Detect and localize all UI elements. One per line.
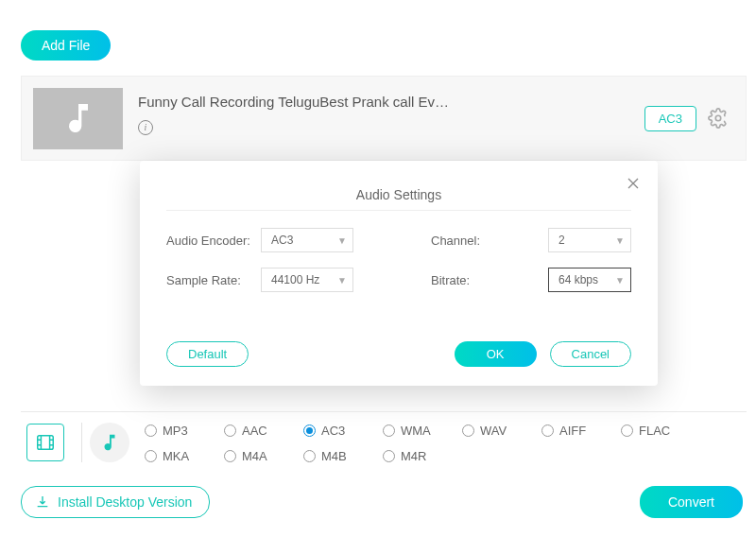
label-sample-rate: Sample Rate:: [166, 273, 261, 287]
file-thumbnail: [33, 88, 123, 149]
format-option-aac[interactable]: AAC: [224, 424, 288, 438]
select-sample-rate[interactable]: 44100 Hz ▼: [261, 268, 353, 292]
radio-dot: [541, 424, 554, 437]
chevron-down-icon: ▼: [615, 275, 625, 286]
select-value: AC3: [271, 234, 293, 247]
format-badge[interactable]: AC3: [644, 106, 696, 131]
tab-video[interactable]: [26, 424, 64, 461]
format-label: M4R: [401, 449, 426, 463]
format-row: MP3AACAC3WMAWAVAIFFFLAC: [145, 424, 747, 438]
close-icon[interactable]: [624, 174, 643, 196]
format-option-m4b[interactable]: M4B: [303, 449, 368, 463]
radio-dot: [303, 424, 316, 437]
divider: [166, 210, 631, 211]
tab-audio[interactable]: [90, 423, 129, 462]
label-channel: Channel:: [431, 234, 537, 248]
radio-dot: [462, 424, 474, 437]
format-option-wav[interactable]: WAV: [462, 424, 526, 438]
radio-dot: [383, 424, 395, 437]
select-channel[interactable]: 2 ▼: [548, 228, 631, 252]
install-desktop-button[interactable]: Install Desktop Version: [21, 486, 210, 518]
convert-button[interactable]: Convert: [640, 486, 743, 518]
chevron-down-icon: ▼: [337, 235, 347, 246]
film-icon: [35, 432, 56, 453]
ok-button[interactable]: OK: [455, 341, 537, 367]
radio-dot: [224, 450, 236, 462]
format-label: AAC: [242, 424, 267, 438]
format-bar: MP3AACAC3WMAWAVAIFFFLAC MKAM4AM4BM4R: [21, 411, 747, 471]
info-icon[interactable]: i: [138, 120, 153, 135]
divider: [81, 423, 82, 462]
select-value: 2: [558, 234, 565, 247]
format-option-m4a[interactable]: M4A: [224, 449, 288, 463]
add-file-button[interactable]: Add File: [21, 30, 111, 61]
download-icon: [35, 494, 50, 510]
format-row: MKAM4AM4BM4R: [145, 449, 747, 463]
format-label: FLAC: [639, 424, 670, 438]
install-label: Install Desktop Version: [58, 494, 192, 510]
audio-settings-dialog: Audio Settings Audio Encoder: AC3 ▼ Chan…: [140, 161, 658, 386]
format-label: AC3: [321, 424, 345, 438]
music-note-icon: [99, 432, 120, 453]
format-option-mp3[interactable]: MP3: [145, 424, 209, 438]
format-label: WMA: [401, 424, 431, 438]
music-note-icon: [60, 99, 97, 137]
format-option-ac3[interactable]: AC3: [303, 424, 368, 438]
label-audio-encoder: Audio Encoder:: [166, 234, 261, 248]
select-value: 64 kbps: [558, 273, 598, 286]
format-option-m4r[interactable]: M4R: [383, 449, 447, 463]
svg-point-0: [715, 115, 721, 121]
radio-dot: [224, 424, 236, 437]
select-value: 44100 Hz: [271, 273, 319, 286]
format-label: MKA: [163, 449, 189, 463]
chevron-down-icon: ▼: [615, 235, 625, 246]
format-option-flac[interactable]: FLAC: [621, 424, 685, 438]
chevron-down-icon: ▼: [337, 275, 347, 286]
svg-rect-1: [38, 436, 54, 450]
radio-dot: [303, 450, 316, 462]
radio-dot: [621, 424, 633, 437]
gear-icon[interactable]: [708, 108, 729, 129]
default-button[interactable]: Default: [166, 341, 249, 367]
format-label: WAV: [480, 424, 507, 438]
dialog-title: Audio Settings: [166, 187, 631, 202]
file-title: Funny Call Recording TeluguBest Prank ca…: [138, 94, 644, 110]
format-label: AIFF: [559, 424, 586, 438]
format-option-aiff[interactable]: AIFF: [541, 424, 606, 438]
cancel-button[interactable]: Cancel: [550, 341, 631, 367]
format-option-wma[interactable]: WMA: [383, 424, 447, 438]
radio-dot: [145, 424, 157, 437]
select-bitrate[interactable]: 64 kbps ▼: [548, 268, 631, 292]
format-label: M4A: [242, 449, 267, 463]
radio-dot: [383, 450, 395, 462]
format-label: MP3: [163, 424, 188, 438]
select-audio-encoder[interactable]: AC3 ▼: [261, 228, 353, 252]
format-label: M4B: [321, 449, 347, 463]
label-bitrate: Bitrate:: [431, 273, 537, 287]
file-row: Funny Call Recording TeluguBest Prank ca…: [21, 76, 747, 161]
format-option-mka[interactable]: MKA: [145, 449, 209, 463]
radio-dot: [145, 450, 157, 462]
